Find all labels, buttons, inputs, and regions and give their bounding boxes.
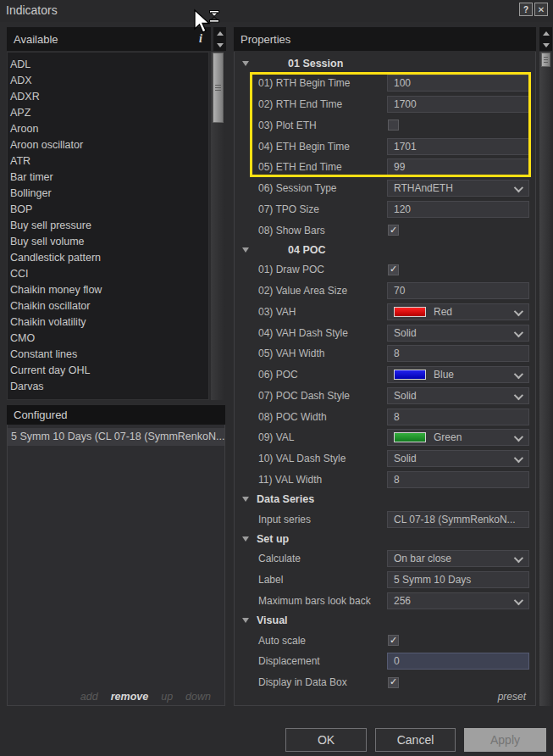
checkbox[interactable]: ✓ [388, 635, 399, 646]
close-button[interactable]: ✕ [534, 3, 548, 16]
property-row: 10) VAL Dash Style Solid [235, 448, 535, 470]
apply-button[interactable]: Apply [464, 728, 546, 752]
available-item[interactable]: Chaikin volatility [8, 314, 208, 331]
property-label: 01) RTH Begin Time [235, 77, 387, 89]
available-item[interactable]: Aroon [8, 121, 208, 137]
color-dropdown[interactable]: Red [387, 303, 529, 320]
collapse-arrow-icon[interactable] [242, 536, 249, 542]
available-item[interactable]: Buy sell volume [8, 234, 208, 250]
available-item[interactable]: ADXR [8, 89, 208, 105]
available-item[interactable]: Chaikin money flow [8, 282, 208, 298]
property-section-row: 04 POC [235, 241, 535, 259]
available-item[interactable]: Candlestick pattern [8, 250, 208, 266]
collapse-arrow-icon[interactable] [242, 247, 249, 253]
property-row: Input series CL 07-18 (SymmRenkoN... [235, 509, 535, 530]
available-item[interactable]: Buy sell pressure [8, 218, 208, 234]
check-icon: ✓ [390, 636, 397, 645]
property-dropdown[interactable]: Solid [387, 325, 529, 342]
ok-button[interactable]: OK [285, 728, 367, 752]
property-dropdown[interactable]: On bar close [387, 550, 529, 567]
remove-link[interactable]: remove [111, 691, 148, 703]
help-button[interactable]: ? [519, 3, 533, 16]
available-scrollbar[interactable] [211, 52, 225, 400]
property-row: 07) TPO Size 120 [235, 199, 535, 220]
chevron-down-icon [514, 307, 523, 316]
checkbox[interactable] [388, 120, 399, 131]
section-label: 04 POC [288, 244, 325, 256]
property-input[interactable]: 8 [387, 471, 529, 488]
available-item[interactable]: Aroon oscillator [8, 137, 208, 153]
available-list[interactable]: ADLADXADXRAPZAroonAroon oscillatorATRBar… [7, 52, 209, 400]
configured-item-selected[interactable]: 5 Symm 10 Days (CL 07-18 (SymmRenkoN... [8, 428, 224, 446]
collapse-arrow-icon[interactable] [242, 618, 249, 623]
property-input[interactable]: 120 [387, 201, 529, 218]
available-item[interactable]: Chaikin oscillator [8, 298, 208, 314]
checkbox[interactable]: ✓ [388, 264, 399, 275]
available-item[interactable]: ADL [8, 57, 208, 73]
info-icon[interactable]: i [199, 32, 202, 46]
property-value: 0 [394, 655, 400, 667]
scrollbar-thumb[interactable] [541, 53, 550, 67]
property-row: 01) Draw POC ✓ [235, 259, 535, 281]
property-input[interactable]: 0 [387, 653, 529, 670]
property-row: 11) VAL Width 8 [235, 470, 535, 491]
property-input[interactable]: 8 [387, 345, 529, 362]
property-dropdown[interactable]: Solid [387, 450, 529, 467]
property-label: 03) VAH [235, 306, 387, 318]
available-spinner[interactable] [213, 27, 226, 51]
property-dropdown[interactable]: RTHAndETH [387, 180, 529, 197]
property-input[interactable]: 99 [387, 158, 529, 175]
dropdown-value: Solid [394, 390, 417, 402]
properties-spinner[interactable] [539, 27, 552, 51]
chevron-down-icon [514, 391, 523, 400]
color-dropdown[interactable]: Green [387, 429, 529, 446]
property-input[interactable]: 100 [387, 75, 529, 92]
property-dropdown[interactable]: 256 [387, 592, 529, 609]
property-value: 8 [394, 411, 400, 423]
available-item[interactable]: APZ [8, 105, 208, 121]
available-item[interactable]: CMO [8, 331, 208, 347]
available-item[interactable]: Constant lines [8, 347, 208, 363]
available-item[interactable]: Bar timer [8, 170, 208, 186]
property-input[interactable]: 70 [387, 282, 529, 299]
property-input[interactable]: 5 Symm 10 Days [387, 571, 529, 588]
property-label: 08) Show Bars [235, 225, 387, 236]
dropdown-value: Solid [394, 327, 417, 339]
checkbox[interactable]: ✓ [388, 225, 399, 236]
up-link: up [161, 691, 173, 703]
preset-link[interactable]: preset [498, 691, 526, 703]
available-item[interactable]: CCI [8, 266, 208, 282]
scrollbar-thumb[interactable] [213, 53, 224, 123]
color-dropdown[interactable]: Blue [387, 366, 529, 383]
available-item[interactable]: Bollinger [8, 186, 208, 202]
cancel-button[interactable]: Cancel [375, 728, 456, 752]
collapse-arrow-icon[interactable] [242, 61, 249, 66]
property-input[interactable]: 1701 [387, 138, 529, 155]
configured-panel[interactable]: 5 Symm 10 Days (CL 07-18 (SymmRenkoN... … [7, 425, 225, 706]
title-bar[interactable]: Indicators ? ✕ [0, 0, 553, 22]
checkbox[interactable]: ✓ [388, 677, 399, 688]
available-item[interactable]: ATR [8, 153, 208, 170]
configured-list[interactable]: 5 Symm 10 Days (CL 07-18 (SymmRenkoN... [8, 428, 224, 446]
chevron-down-icon [514, 596, 523, 605]
property-row: 08) Show Bars ✓ [235, 220, 535, 241]
section-label: Visual [257, 614, 288, 626]
property-dropdown[interactable]: Solid [387, 387, 529, 404]
scroll-up-icon[interactable] [217, 31, 224, 36]
scroll-up-icon[interactable] [543, 31, 550, 36]
available-item[interactable]: Current day OHL [8, 363, 208, 379]
available-item[interactable]: Darvas [8, 379, 208, 395]
properties-scrollbar[interactable] [539, 52, 552, 706]
collapse-arrow-icon[interactable] [242, 497, 249, 502]
property-input[interactable]: CL 07-18 (SymmRenkoN... [387, 511, 529, 528]
property-input[interactable]: 1700 [387, 96, 529, 113]
scroll-down-icon[interactable] [217, 43, 224, 47]
property-value: 5 Symm 10 Days [394, 574, 471, 586]
property-row: 03) Plot ETH [235, 115, 535, 136]
available-item[interactable]: ADX [8, 73, 208, 89]
property-input[interactable]: 8 [387, 409, 529, 425]
scroll-down-icon[interactable] [543, 43, 550, 47]
property-label: 07) POC Dash Style [235, 390, 387, 402]
available-item[interactable]: BOP [8, 202, 208, 218]
property-row: Label 5 Symm 10 Days [235, 570, 535, 591]
